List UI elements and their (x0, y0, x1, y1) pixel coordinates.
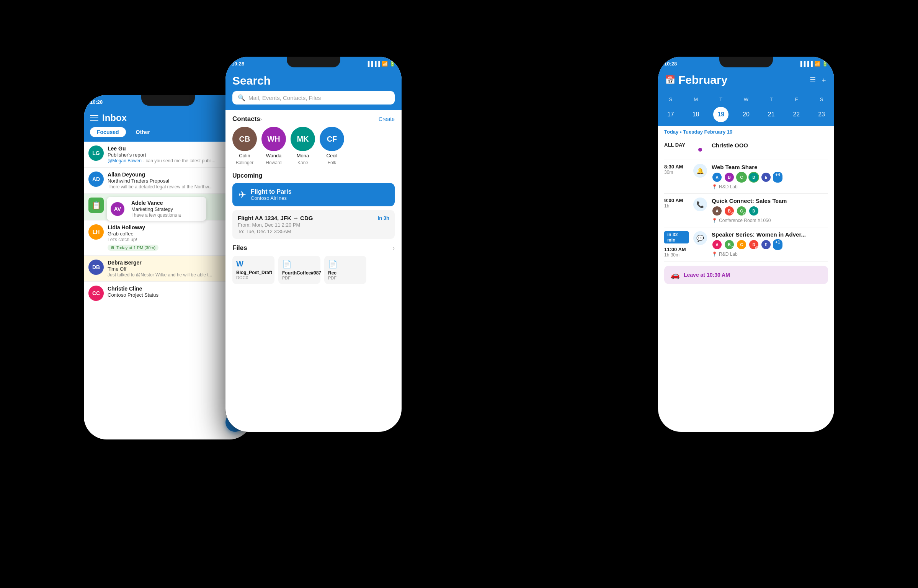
tab-other[interactable]: Other (129, 127, 157, 137)
file-rec[interactable]: 📄 Rec PDF (324, 256, 366, 284)
time-830: 8:30 AM (664, 164, 689, 170)
sender-lidia: Lidia Holloway (108, 224, 145, 230)
day-f: F (789, 96, 804, 102)
files-arrow: › (393, 245, 395, 251)
file-type-blog: DOCX (236, 275, 271, 280)
contacts-row: CB Colin Ballinger WH Wanda Howard MK Mo… (232, 127, 395, 165)
preview-adele: I have a few questions a (131, 212, 181, 218)
mini-avatar-qc1: A (712, 206, 722, 216)
event-title-quick-connect: Quick Connect: Sales Team (712, 198, 828, 204)
date-22[interactable]: 22 (789, 107, 804, 122)
add-event-icon[interactable]: ＋ (820, 75, 827, 85)
avatar-count-web-team: +4 (773, 172, 782, 183)
day-t1: T (713, 96, 729, 102)
contact-wanda[interactable]: WH Wanda Howard (261, 127, 286, 165)
flight-time-badge: In 3h (378, 215, 389, 221)
time-1100: 11:00 AM (664, 247, 689, 252)
date-23[interactable]: 23 (814, 107, 829, 122)
dur-830: 30m (664, 170, 689, 175)
time-inbox: 10:28 (90, 99, 103, 105)
leave-banner[interactable]: 🚗 Leave at 10:30 AM (664, 266, 828, 284)
search-bar-icon: 🔍 (238, 94, 245, 101)
avatar-mona: MK (291, 127, 315, 151)
sender-christie: Christie Cline (108, 286, 142, 292)
event-title-web-team: Web Team Share (712, 164, 828, 170)
dur-900: 1h (664, 203, 689, 209)
file-blog-post[interactable]: W Blog_Post_Draft DOCX (232, 256, 274, 284)
word-icon: W (236, 260, 271, 268)
time-calendar: 10:28 (664, 61, 677, 67)
event-title-ooo: Christie OOO (712, 142, 828, 149)
event-speaker-series[interactable]: in 32 min 11:00 AM 1h 30m 💬 Speaker Seri… (664, 227, 828, 262)
flight-airline: Contoso Airlines (251, 195, 292, 201)
flight-card[interactable]: ✈ Flight to Paris Contoso Airlines (232, 183, 395, 206)
time-search: 10:28 (232, 61, 244, 67)
in32-badge: in 32 min (664, 231, 689, 243)
contact-mona[interactable]: MK Mona Kane (291, 127, 315, 165)
phones-container: 10:28 ▲ ▐▐ 🔋 Inbox Focused Other (38, 26, 880, 562)
car-icon: 🚗 (670, 270, 680, 279)
inbox-tabs: Focused Other ⚡ Filters (90, 127, 246, 137)
flight-detail-card[interactable]: Flight AA 1234, JFK → CDG In 3h From: Mo… (232, 210, 395, 239)
flight-from: From: Mon, Dec 11 2:20 PM (238, 222, 389, 228)
day-s2: S (814, 96, 829, 102)
mini-avatar-4: D (748, 172, 759, 183)
search-title: Search (232, 74, 395, 87)
event-web-team-share[interactable]: 8:30 AM 30m 🔔 Web Team Share A B C D E +… (664, 160, 828, 194)
date-17[interactable]: 17 (663, 107, 678, 122)
contact-name-wanda: Wanda (266, 153, 282, 158)
event-quick-connect[interactable]: 9:00 AM 1h 📞 Quick Connect: Sales Team A… (664, 194, 828, 227)
battery-cal: 🔋 (822, 61, 828, 67)
search-header: Search 🔍 Mail, Events, Contacts, Files (225, 70, 402, 110)
contacts-section-header: Contacts › Create (232, 115, 395, 123)
sender-debra: Debra Berger (108, 260, 142, 266)
file-name-blog: Blog_Post_Draft (236, 270, 271, 275)
event-pill-lidia: 🗓 Today at 1 PM (30m) (108, 245, 158, 251)
date-21[interactable]: 21 (764, 107, 779, 122)
event-avatars-speaker: A B ✓ C D ✕ E +1 (712, 239, 828, 250)
day-t2: T (764, 96, 779, 102)
wifi-cal: 📶 (814, 61, 820, 67)
mini-avatar-qc2: B ✕ (724, 206, 735, 216)
date-20[interactable]: 20 (738, 107, 754, 122)
event-icon-quick-connect: 📞 (693, 198, 707, 211)
wifi-search: 📶 (382, 61, 388, 67)
list-view-icon[interactable]: ☰ (810, 76, 816, 84)
contacts-arrow: › (260, 116, 262, 122)
contact-last-mona: Kane (297, 160, 308, 165)
cal-header-actions: ☰ ＋ (810, 75, 827, 85)
mini-avatar-qc3: C ✓ (736, 206, 747, 216)
tab-focused[interactable]: Focused (90, 127, 126, 137)
contact-colin[interactable]: CB Colin Ballinger (232, 127, 257, 165)
avatar-lidia: LH (88, 224, 104, 240)
mini-avatar-qc4: D (748, 206, 759, 216)
create-button[interactable]: Create (379, 116, 395, 122)
files-title: Files (232, 244, 247, 252)
hamburger-menu[interactable] (90, 115, 98, 121)
adele-card[interactable]: AV Adele Vance Marketing Strategy I have… (107, 197, 206, 221)
search-bar[interactable]: 🔍 Mail, Events, Contacts, Files (232, 91, 395, 105)
files-section-header: Files › (232, 244, 395, 252)
flight-name: Flight to Paris (251, 188, 292, 195)
location-icon-speaker: 📍 (712, 252, 717, 257)
event-christie-ooo[interactable]: ALL DAY Christie OOO (664, 138, 828, 160)
avatar-count-speaker: +1 (773, 239, 782, 250)
event-avatars-quick-connect: A B ✕ C ✓ D (712, 206, 828, 216)
inbox-title: Inbox (102, 113, 127, 123)
date-18[interactable]: 18 (688, 107, 704, 122)
calendar-header: 📅 February ☰ ＋ (658, 70, 834, 94)
date-19-today[interactable]: 19 (713, 107, 729, 122)
location-icon-qc: 📍 (712, 218, 717, 223)
event-avatars-web-team: A B C D E +4 (712, 172, 828, 183)
contact-name-colin: Colin (239, 153, 250, 158)
contact-cecil[interactable]: CF Cecil Folk (320, 127, 344, 165)
upcoming-title: Upcoming (232, 172, 395, 179)
file-fourth-coffee[interactable]: 📄 FourthCoffee#987 PDF (278, 256, 320, 284)
search-content: Contacts › Create CB Colin Ballinger WH (225, 110, 402, 289)
file-type-fourth: PDF (282, 276, 317, 280)
signal-cal: ▐▐▐▐ (799, 61, 813, 67)
files-section: Files › W Blog_Post_Draft DOCX 📄 FourthC… (232, 244, 395, 284)
allday-dot (698, 148, 702, 152)
calendar-body: Today • Tuesday February 19 ALL DAY Chri… (658, 126, 834, 284)
week-day-labels: S M T W T F S (658, 94, 834, 105)
